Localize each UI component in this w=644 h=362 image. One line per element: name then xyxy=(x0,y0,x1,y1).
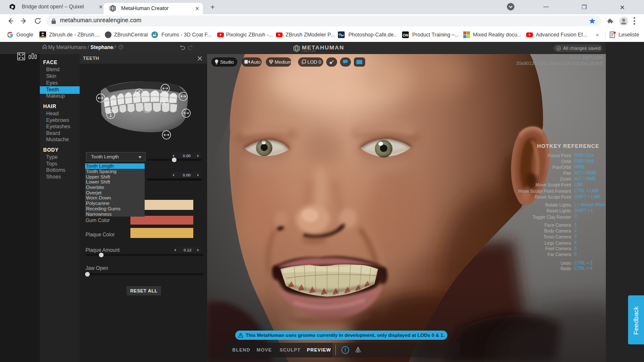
svg-text:?: ? xyxy=(120,46,122,49)
svg-text:PS: PS xyxy=(339,34,343,37)
svg-text:ON: ON xyxy=(403,33,409,37)
